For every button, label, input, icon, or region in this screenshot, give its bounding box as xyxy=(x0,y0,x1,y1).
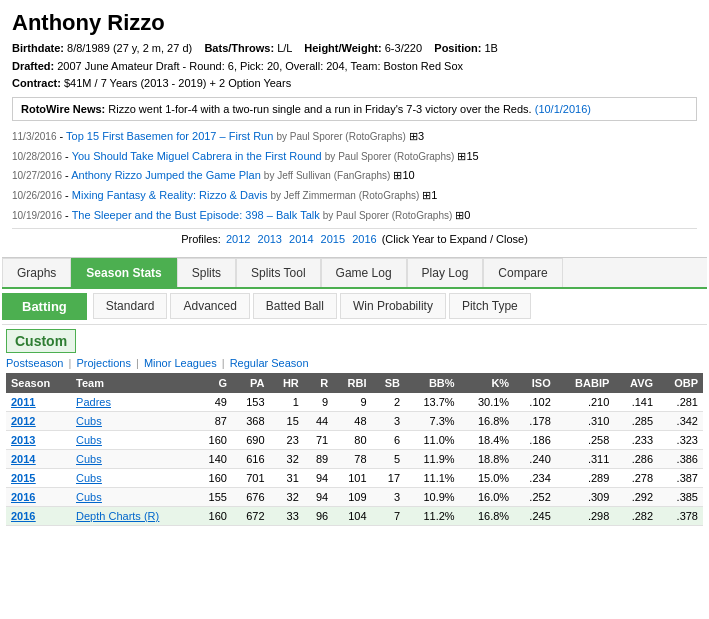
col-obp: OBP xyxy=(658,373,703,393)
player-name: Anthony Rizzo xyxy=(12,10,697,36)
col-team: Team xyxy=(71,373,194,393)
article-item: 10/26/2016 - Mixing Fantasy & Reality: R… xyxy=(12,186,697,206)
tab-compare[interactable]: Compare xyxy=(483,258,562,287)
col-babip: BABIP xyxy=(556,373,615,393)
profile-year-2015[interactable]: 2015 xyxy=(321,233,345,245)
article-item: 10/19/2016 - The Sleeper and the Bust Ep… xyxy=(12,206,697,226)
profile-year-2014[interactable]: 2014 xyxy=(289,233,313,245)
filter-postseason[interactable]: Postseason xyxy=(6,357,63,369)
batting-button[interactable]: Batting xyxy=(2,293,87,320)
table-row: 2016Cubs1556763294109310.9%16.0%.252.309… xyxy=(6,487,703,506)
profile-year-2013[interactable]: 2013 xyxy=(258,233,282,245)
stats-table: Season Team G PA HR R RBI SB BB% K% ISO … xyxy=(6,373,703,526)
filter-links: Postseason | Projections | Minor Leagues… xyxy=(6,355,703,373)
table-row: 2016Depth Charts (R)1606723396104711.2%1… xyxy=(6,506,703,525)
col-avg: AVG xyxy=(614,373,658,393)
article-list: 11/3/2016 - Top 15 First Basemen for 201… xyxy=(12,125,697,228)
col-sb: SB xyxy=(372,373,405,393)
col-g: G xyxy=(194,373,232,393)
news-box: RotoWire News: Rizzo went 1-for-4 with a… xyxy=(12,97,697,121)
nav-tabs: Graphs Season Stats Splits Splits Tool G… xyxy=(2,258,707,289)
table-header-row: Season Team G PA HR R RBI SB BB% K% ISO … xyxy=(6,373,703,393)
col-k-pct: K% xyxy=(460,373,515,393)
filter-regular-season[interactable]: Regular Season xyxy=(230,357,309,369)
tab-play-log[interactable]: Play Log xyxy=(407,258,484,287)
tab-game-log[interactable]: Game Log xyxy=(321,258,407,287)
col-r: R xyxy=(304,373,333,393)
table-row: 2013Cubs160690237180611.0%18.4%.186.258.… xyxy=(6,430,703,449)
sub-tab-standard[interactable]: Standard xyxy=(93,293,168,319)
table-row: 2014Cubs140616328978511.9%18.8%.240.311.… xyxy=(6,449,703,468)
article-item: 11/3/2016 - Top 15 First Basemen for 201… xyxy=(12,127,697,147)
profile-year-2012[interactable]: 2012 xyxy=(226,233,250,245)
article-item: 10/28/2016 - You Should Take Miguel Cabr… xyxy=(12,147,697,167)
col-hr: HR xyxy=(270,373,304,393)
table-row: 2015Cubs16070131941011711.1%15.0%.234.28… xyxy=(6,468,703,487)
sub-tab-win-probability[interactable]: Win Probability xyxy=(340,293,446,319)
custom-section: Custom Postseason | Projections | Minor … xyxy=(2,325,707,526)
player-info: Birthdate: 8/8/1989 (27 y, 2 m, 27 d) Ba… xyxy=(12,40,697,93)
profile-year-2016[interactable]: 2016 xyxy=(352,233,376,245)
news-date-link[interactable]: (10/1/2016) xyxy=(535,103,591,115)
col-season: Season xyxy=(6,373,71,393)
tab-splits-tool[interactable]: Splits Tool xyxy=(236,258,320,287)
custom-label: Custom xyxy=(6,329,76,353)
col-iso: ISO xyxy=(514,373,556,393)
table-row: 2011Padres49153199213.7%30.1%.102.210.14… xyxy=(6,393,703,412)
filter-projections[interactable]: Projections xyxy=(76,357,130,369)
table-row: 2012Cubs8736815444837.3%16.8%.178.310.28… xyxy=(6,411,703,430)
filter-minor-leagues[interactable]: Minor Leagues xyxy=(144,357,217,369)
tab-graphs[interactable]: Graphs xyxy=(2,258,71,287)
tab-splits[interactable]: Splits xyxy=(177,258,236,287)
profiles-row: Profiles: 2012 2013 2014 2015 2016 (Clic… xyxy=(12,228,697,249)
sub-tab-batted-ball[interactable]: Batted Ball xyxy=(253,293,337,319)
sub-tab-pitch-type[interactable]: Pitch Type xyxy=(449,293,531,319)
sub-tab-advanced[interactable]: Advanced xyxy=(170,293,249,319)
col-rbi: RBI xyxy=(333,373,371,393)
sub-tabs: Batting Standard Advanced Batted Ball Wi… xyxy=(2,289,707,325)
col-pa: PA xyxy=(232,373,270,393)
col-bb-pct: BB% xyxy=(405,373,460,393)
tab-season-stats[interactable]: Season Stats xyxy=(71,258,176,287)
article-item: 10/27/2016 - Anthony Rizzo Jumped the Ga… xyxy=(12,166,697,186)
